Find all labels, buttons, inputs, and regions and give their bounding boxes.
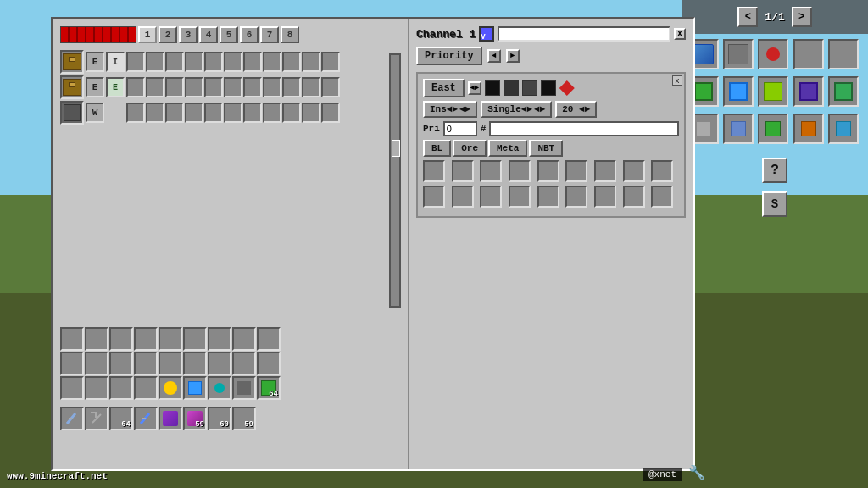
- filter-slot-1-9[interactable]: [651, 160, 673, 182]
- inv-slot-r1-4[interactable]: [134, 327, 158, 351]
- inv-slot-r3-9[interactable]: 64: [257, 376, 281, 400]
- inv-slot-r2-9[interactable]: [257, 352, 281, 375]
- tab-3[interactable]: 3: [179, 26, 198, 43]
- inv-slot-r2-4[interactable]: [134, 352, 158, 375]
- filter-slot-2-5[interactable]: [537, 186, 559, 208]
- filter-slot-2-2[interactable]: [452, 186, 474, 208]
- inv-slot-r3-8[interactable]: [232, 376, 256, 400]
- left-scrollbar[interactable]: [389, 53, 401, 308]
- inv-slot-r1-8[interactable]: [232, 327, 256, 351]
- amount-display[interactable]: 20 ◄►: [555, 101, 597, 118]
- tab-4[interactable]: 4: [199, 26, 218, 43]
- slot-3-8[interactable]: [263, 103, 281, 123]
- filter-slot-1-2[interactable]: [452, 160, 474, 182]
- slot-3-1[interactable]: [126, 103, 145, 123]
- tab-2[interactable]: 2: [159, 26, 177, 43]
- slot-1-7[interactable]: [243, 52, 262, 72]
- bl-btn[interactable]: BL: [423, 140, 451, 157]
- gi-slot-3-2[interactable]: [723, 114, 754, 144]
- filter-slot-2-9[interactable]: [651, 186, 673, 208]
- inv-slot-r3-7[interactable]: [208, 376, 231, 400]
- channel-name-input[interactable]: [498, 26, 670, 42]
- inv-slot-r3-6[interactable]: [183, 376, 207, 400]
- slot-1-4[interactable]: [185, 52, 203, 72]
- inv-slot-r1-3[interactable]: [109, 327, 133, 351]
- slot-3-2[interactable]: [146, 103, 164, 123]
- gi-slot-2-2[interactable]: [723, 76, 754, 107]
- slot-2-4[interactable]: [185, 77, 203, 97]
- inv-slot-r2-1[interactable]: [60, 352, 84, 375]
- meta-btn[interactable]: Meta: [488, 140, 527, 157]
- slot-2-2[interactable]: [146, 77, 164, 97]
- color-swatch-2[interactable]: [504, 80, 519, 96]
- slot-3-9[interactable]: [282, 103, 301, 123]
- hash-input[interactable]: [489, 121, 679, 136]
- filter-close-btn[interactable]: X: [672, 75, 682, 86]
- inv-slot-r2-6[interactable]: [183, 352, 207, 375]
- chest-item-1[interactable]: [60, 50, 84, 74]
- filter-slot-1-7[interactable]: [594, 160, 616, 182]
- gi-slot-3-5[interactable]: [828, 114, 859, 144]
- slot-3-5[interactable]: [204, 103, 223, 123]
- slot-2-9[interactable]: [282, 77, 301, 97]
- hotbar-slot-6[interactable]: 59: [183, 407, 207, 430]
- slot-2-8[interactable]: [263, 77, 281, 97]
- prev-page-btn[interactable]: <: [737, 7, 758, 27]
- slot-1-10[interactable]: [302, 52, 320, 72]
- i-label[interactable]: I: [106, 52, 125, 72]
- nbt-btn[interactable]: NBT: [529, 140, 563, 157]
- filter-slot-1-5[interactable]: [537, 160, 559, 182]
- next-page-btn[interactable]: >: [792, 7, 812, 27]
- filter-slot-1-8[interactable]: [623, 160, 645, 182]
- inv-slot-r2-5[interactable]: [159, 352, 182, 375]
- gi-slot-1-3[interactable]: [758, 39, 788, 69]
- direction-btn[interactable]: East: [423, 79, 465, 97]
- slot-1-8[interactable]: [263, 52, 281, 72]
- slot-1-5[interactable]: [204, 52, 223, 72]
- slot-1-2[interactable]: [146, 52, 164, 72]
- slot-3-3[interactable]: [165, 103, 184, 123]
- tab-1[interactable]: 1: [138, 26, 157, 43]
- slot-2-6[interactable]: [224, 77, 242, 97]
- gi-slot-2-4[interactable]: [793, 76, 824, 107]
- help-btn[interactable]: ?: [762, 158, 787, 183]
- slot-2-3[interactable]: [165, 77, 184, 97]
- filter-slot-2-6[interactable]: [565, 186, 587, 208]
- e-label-selected[interactable]: E: [106, 77, 125, 97]
- inv-slot-r3-1[interactable]: [60, 376, 84, 400]
- inv-slot-r3-2[interactable]: [85, 376, 108, 400]
- gi-slot-2-3[interactable]: [758, 76, 788, 107]
- tab-7[interactable]: 7: [260, 26, 279, 43]
- filter-slot-1-6[interactable]: [565, 160, 587, 182]
- slot-3-6[interactable]: [224, 103, 242, 123]
- hotbar-slot-2[interactable]: [85, 407, 108, 430]
- insert-btn[interactable]: Ins◄► ◄►: [423, 101, 477, 118]
- inv-slot-r1-9[interactable]: [257, 327, 281, 351]
- slot-3-4[interactable]: [185, 103, 203, 123]
- filter-slot-2-1[interactable]: [423, 186, 445, 208]
- priority-arrow-right[interactable]: ►: [506, 49, 520, 63]
- channel-close-btn[interactable]: X: [674, 28, 686, 40]
- inv-slot-r1-1[interactable]: [60, 327, 84, 351]
- inv-slot-r2-7[interactable]: [208, 352, 231, 375]
- machine-item-3[interactable]: [60, 101, 84, 125]
- inv-slot-r1-6[interactable]: [183, 327, 207, 351]
- slot-3-7[interactable]: [243, 103, 262, 123]
- gi-slot-3-3[interactable]: [758, 114, 788, 144]
- filter-slot-1-1[interactable]: [423, 160, 445, 182]
- slot-1-11[interactable]: [321, 52, 340, 72]
- gi-slot-1-5[interactable]: [828, 39, 859, 69]
- slot-2-5[interactable]: [204, 77, 223, 97]
- filter-slot-1-3[interactable]: [480, 160, 502, 182]
- slot-2-7[interactable]: [243, 77, 262, 97]
- pri-input[interactable]: [443, 121, 477, 136]
- slot-3-10[interactable]: [302, 103, 320, 123]
- color-swatch-1[interactable]: [485, 80, 500, 96]
- mode-btn[interactable]: Single◄► ◄►: [481, 101, 552, 118]
- priority-arrow-left[interactable]: ◄: [487, 49, 501, 63]
- slot-2-11[interactable]: [321, 77, 340, 97]
- hotbar-slot-4[interactable]: [134, 407, 158, 430]
- slot-2-1[interactable]: [126, 77, 145, 97]
- inv-slot-r1-2[interactable]: [85, 327, 108, 351]
- color-swatch-3[interactable]: [522, 80, 537, 96]
